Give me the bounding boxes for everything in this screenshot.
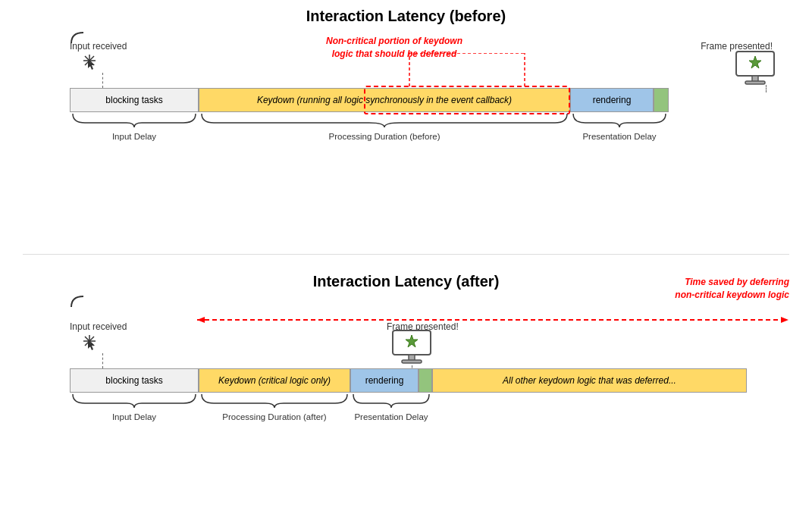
top-section: Interaction Latency (before) Input recei… bbox=[23, 8, 789, 46]
bottom-section: Interaction Latency (after) Time saved b… bbox=[23, 273, 789, 310]
diagram-container: Interaction Latency (before) Input recei… bbox=[0, 0, 812, 523]
svg-line-19 bbox=[85, 337, 89, 341]
svg-line-0 bbox=[85, 56, 89, 61]
top-bar-keydown: Keydown (running all logic synchronously… bbox=[199, 88, 570, 112]
top-bar-blocking: blocking tasks bbox=[70, 88, 199, 112]
svg-rect-30 bbox=[402, 360, 422, 363]
top-red-annotation-text: Non-critical portion of keydown logic th… bbox=[311, 35, 478, 61]
bottom-input-dashed-line bbox=[102, 353, 103, 368]
top-processing-label: Processing Duration (before) bbox=[199, 132, 570, 141]
bottom-bar-green bbox=[419, 368, 432, 393]
bottom-input-delay-label: Input Delay bbox=[70, 412, 199, 421]
top-cursor-icon bbox=[77, 49, 102, 76]
bottom-presentation-label: Presentation Delay bbox=[350, 412, 432, 421]
bottom-monitor-icon bbox=[390, 329, 434, 368]
top-input-delay-brace bbox=[70, 112, 199, 132]
bottom-input-delay-brace bbox=[70, 393, 199, 412]
top-bar-rendering: rendering bbox=[570, 88, 654, 112]
bottom-time-saved-text: Time saved by deferring non-critical key… bbox=[592, 276, 789, 302]
svg-rect-11 bbox=[745, 81, 765, 84]
top-processing-brace bbox=[199, 112, 570, 132]
bottom-time-arrow bbox=[190, 314, 788, 326]
section-divider bbox=[23, 254, 789, 255]
bottom-bar-deferred: All other keydown logic that was deferre… bbox=[432, 368, 747, 393]
top-input-dashed-line bbox=[102, 73, 103, 88]
bottom-bar-blocking: blocking tasks bbox=[70, 368, 199, 393]
top-presentation-label: Presentation Delay bbox=[570, 132, 669, 141]
top-bar-green bbox=[654, 88, 669, 112]
top-input-delay-label: Input Delay bbox=[70, 132, 199, 141]
bottom-bar-rendering: rendering bbox=[350, 368, 419, 393]
bottom-processing-label: Processing Duration (after) bbox=[199, 412, 350, 421]
bottom-cursor-icon bbox=[77, 329, 102, 356]
svg-marker-18 bbox=[197, 317, 205, 323]
top-title: Interaction Latency (before) bbox=[23, 8, 789, 25]
bottom-presentation-brace bbox=[350, 393, 432, 412]
svg-line-5 bbox=[89, 56, 94, 61]
svg-marker-17 bbox=[781, 317, 788, 323]
top-frame-dashed-line bbox=[766, 85, 767, 92]
top-monitor-icon bbox=[733, 50, 777, 89]
top-presentation-brace bbox=[570, 112, 669, 132]
bottom-processing-brace bbox=[199, 393, 350, 412]
svg-line-24 bbox=[89, 337, 94, 341]
bottom-bar-keydown: Keydown (critical logic only) bbox=[199, 368, 350, 393]
